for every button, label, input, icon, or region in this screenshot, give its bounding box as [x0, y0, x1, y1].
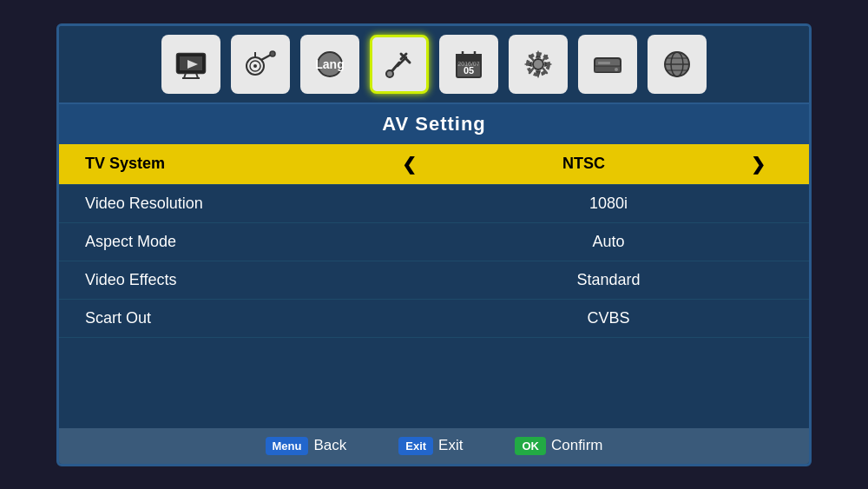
menu-item-video-resolution[interactable]: Video Resolution 1080i	[59, 185, 809, 223]
menu-item-tv-system[interactable]: TV System ❮ NTSC ❯	[59, 144, 809, 185]
arrow-left-icon[interactable]: ❮	[385, 154, 434, 175]
svg-text:2016/07: 2016/07	[457, 61, 479, 67]
calendar-nav-icon[interactable]: 05 2016/07	[439, 35, 498, 94]
menu-content: TV System ❮ NTSC ❯ Video Resolution 1080…	[59, 144, 809, 428]
exit-label: Exit	[438, 437, 463, 454]
page-title: AV Setting	[59, 104, 809, 144]
svg-point-12	[253, 64, 257, 68]
ok-confirm-button[interactable]: OK Confirm	[515, 437, 602, 455]
svg-point-24	[534, 60, 542, 69]
menu-item-aspect-mode[interactable]: Aspect Mode Auto	[59, 223, 809, 261]
menu-badge: Menu	[266, 437, 309, 455]
svg-point-10	[270, 51, 275, 56]
svg-text:Lang: Lang	[315, 57, 344, 71]
tools-nav-icon[interactable]	[370, 35, 429, 94]
menu-back-button[interactable]: Menu Back	[266, 437, 347, 455]
menu-item-scart-out-value: CVBS	[434, 309, 783, 327]
ok-badge: OK	[515, 437, 546, 455]
menu-item-video-resolution-label: Video Resolution	[85, 195, 434, 213]
tv-nav-icon[interactable]	[161, 35, 220, 94]
menu-item-video-resolution-value: 1080i	[434, 195, 783, 213]
back-label: Back	[313, 437, 346, 454]
settings-nav-icon[interactable]	[509, 35, 568, 94]
nav-bar: Lang 05 2016/07	[59, 26, 809, 104]
bottom-bar: Menu Back Exit Exit OK Confirm	[59, 428, 809, 464]
menu-item-tv-system-label: TV System	[85, 155, 385, 173]
menu-item-aspect-mode-label: Aspect Mode	[85, 233, 434, 251]
menu-item-scart-out[interactable]: Scart Out CVBS	[59, 300, 809, 338]
language-nav-icon[interactable]: Lang	[300, 35, 359, 94]
svg-point-15	[386, 70, 393, 77]
svg-point-27	[615, 68, 618, 71]
exit-badge: Exit	[398, 437, 433, 455]
svg-rect-28	[598, 62, 610, 64]
satellite-nav-icon[interactable]	[231, 35, 290, 94]
arrow-right-icon[interactable]: ❯	[733, 154, 783, 175]
menu-item-tv-system-value: NTSC	[434, 155, 733, 173]
menu-item-video-effects[interactable]: Video Effects Standard	[59, 261, 809, 300]
menu-item-video-effects-label: Video Effects	[85, 271, 434, 289]
hdd-nav-icon[interactable]	[578, 35, 637, 94]
exit-button[interactable]: Exit Exit	[398, 437, 463, 455]
menu-item-aspect-mode-value: Auto	[434, 233, 783, 251]
network-nav-icon[interactable]	[648, 35, 707, 94]
menu-item-scart-out-label: Scart Out	[85, 309, 434, 327]
menu-item-video-effects-value: Standard	[434, 271, 783, 289]
main-screen: Lang 05 2016/07	[56, 23, 812, 466]
confirm-label: Confirm	[551, 437, 603, 454]
